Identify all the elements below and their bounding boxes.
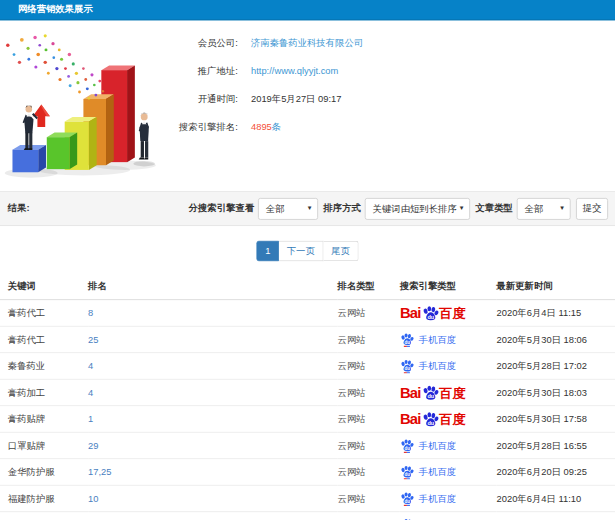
submit-button[interactable]: 提交 bbox=[576, 198, 608, 220]
keyword-cell: 福建防护服 bbox=[0, 485, 88, 512]
confetti bbox=[6, 34, 104, 99]
rank-link[interactable]: 25 bbox=[88, 334, 98, 345]
rank-type-cell: 云网站 bbox=[338, 300, 400, 327]
svg-text:du: du bbox=[405, 472, 411, 477]
mobile-baidu-paw-icon: du bbox=[400, 491, 414, 505]
engine-cell: du手机百度 bbox=[400, 485, 497, 512]
engine-filter-value: 全部 bbox=[266, 203, 285, 214]
table-row: 膏药加工 4 云网站 Baidu百度 2020年5月30日 18:03 bbox=[0, 379, 615, 406]
rank-cell: 10 bbox=[88, 485, 337, 512]
mobile-baidu-label: 手机百度 bbox=[419, 332, 456, 348]
businessman-left bbox=[23, 106, 38, 150]
table-header-row: 关键词 排名 排名类型 搜索引擎类型 最新更新时间 bbox=[0, 274, 615, 300]
svg-text:du: du bbox=[405, 445, 411, 450]
col-keyword: 关键词 bbox=[0, 274, 88, 300]
svg-text:du: du bbox=[427, 420, 434, 426]
baidu-paw-icon: du bbox=[421, 411, 438, 427]
svg-text:du: du bbox=[405, 498, 411, 503]
baidu-logo-cn-text: 百度 bbox=[439, 306, 466, 321]
updated-cell: 2020年6月4日 11:10 bbox=[497, 485, 615, 512]
sort-filter-select[interactable]: 关键词由短到长排序 ▼ bbox=[365, 198, 470, 220]
engine-filter-label: 分搜索引擎查看 bbox=[189, 202, 254, 215]
mobile-baidu-paw-icon: du bbox=[400, 359, 414, 373]
baidu-paw-icon: du bbox=[421, 385, 438, 401]
next-page-button[interactable]: 下一页 bbox=[279, 241, 323, 261]
rank-type-cell: 云网站 bbox=[338, 432, 400, 459]
mobile-baidu-paw-icon: du bbox=[400, 465, 414, 479]
engine-cell: Baidu百度 bbox=[400, 406, 497, 433]
rank-type-cell bbox=[338, 512, 400, 520]
keyword-cell: 膏药代工 bbox=[0, 326, 88, 353]
engine-cell: du手机百度 bbox=[400, 459, 497, 486]
engine-filter-select[interactable]: 全部 ▼ bbox=[258, 198, 318, 220]
page-title: 网络营销效果展示 bbox=[18, 4, 93, 15]
svg-text:du: du bbox=[405, 366, 411, 371]
chevron-down-icon: ▼ bbox=[458, 198, 464, 218]
table-row: 秦鲁药业 4 云网站 du手机百度 2020年5月28日 17:02 bbox=[0, 353, 615, 380]
engine-cell: du手机百度 bbox=[400, 512, 497, 520]
rank-cell: 25 bbox=[88, 326, 337, 353]
rank-link[interactable]: 4 bbox=[88, 387, 93, 398]
keyword-cell: 口罩贴牌 bbox=[0, 432, 88, 459]
table-row: du手机百度 bbox=[0, 512, 615, 520]
rank-link[interactable]: 4 bbox=[88, 361, 93, 372]
updated-cell: 2020年5月28日 16:55 bbox=[497, 432, 615, 459]
ranking-table: 关键词 排名 排名类型 搜索引擎类型 最新更新时间 膏药代工 8 云网站 Bai… bbox=[0, 274, 615, 520]
mobile-baidu-logo: du手机百度 bbox=[400, 491, 497, 507]
rank-type-cell: 云网站 bbox=[338, 406, 400, 433]
keyword-cell: 膏药贴牌 bbox=[0, 406, 88, 433]
updated-cell bbox=[497, 512, 615, 520]
rank-link[interactable]: 8 bbox=[88, 308, 93, 319]
promo-url-link[interactable]: http://www.qlyyjt.com bbox=[251, 57, 338, 85]
type-filter-select[interactable]: 全部 ▼ bbox=[517, 198, 571, 220]
rank-link[interactable]: 10 bbox=[88, 493, 98, 504]
updated-cell: 2020年5月30日 18:06 bbox=[497, 326, 615, 353]
keyword-cell: 金华防护服 bbox=[0, 459, 88, 486]
rank-type-cell: 云网站 bbox=[338, 353, 400, 380]
baidu-logo: Baidu百度 bbox=[400, 411, 497, 427]
mobile-baidu-paw-icon: du bbox=[400, 332, 414, 346]
chevron-down-icon: ▼ bbox=[559, 198, 565, 218]
type-filter-value: 全部 bbox=[525, 203, 544, 214]
mobile-baidu-label: 手机百度 bbox=[419, 438, 456, 454]
rank-link[interactable]: 17,25 bbox=[88, 467, 111, 478]
rank-type-cell: 云网站 bbox=[338, 459, 400, 486]
page-1-button[interactable]: 1 bbox=[257, 241, 279, 261]
rank-type-cell: 云网站 bbox=[338, 326, 400, 353]
baidu-logo-bai-text: Bai bbox=[400, 385, 421, 401]
company-link[interactable]: 济南秦鲁药业科技有限公司 bbox=[251, 29, 363, 57]
updated-cell: 2020年6月20日 09:25 bbox=[497, 459, 615, 486]
rank-count-number: 4895 bbox=[251, 122, 272, 133]
col-updated: 最新更新时间 bbox=[497, 274, 615, 300]
baidu-logo-bai-text: Bai bbox=[400, 411, 421, 427]
rank-link[interactable]: 29 bbox=[88, 440, 98, 451]
rank-count-unit: 条 bbox=[272, 122, 281, 133]
businessman-right bbox=[139, 113, 149, 160]
bar-green bbox=[47, 133, 77, 170]
baidu-logo-cn-text: 百度 bbox=[439, 412, 466, 427]
table-row: 口罩贴牌 29 云网站 du手机百度 2020年5月28日 16:55 bbox=[0, 432, 615, 459]
type-filter-label: 文章类型 bbox=[475, 202, 512, 215]
mobile-baidu-logo: du手机百度 bbox=[400, 464, 497, 480]
rank-cell: 17,25 bbox=[88, 459, 337, 486]
last-page-button[interactable]: 尾页 bbox=[323, 241, 358, 261]
sort-filter-label: 排序方式 bbox=[323, 202, 360, 215]
rank-count-value: 4895条 bbox=[251, 113, 281, 141]
keyword-cell: 膏药代工 bbox=[0, 300, 88, 327]
sort-filter-value: 关键词由短到长排序 bbox=[373, 203, 457, 214]
svg-text:du: du bbox=[405, 339, 411, 344]
engine-cell: du手机百度 bbox=[400, 432, 497, 459]
updated-cell: 2020年5月30日 17:58 bbox=[497, 406, 615, 433]
mobile-baidu-label: 手机百度 bbox=[419, 491, 456, 507]
engine-cell: du手机百度 bbox=[400, 326, 497, 353]
rank-link[interactable]: 1 bbox=[88, 414, 93, 425]
svg-text:du: du bbox=[427, 393, 434, 399]
baidu-logo: Baidu百度 bbox=[400, 305, 497, 321]
col-engine-type: 搜索引擎类型 bbox=[400, 274, 497, 300]
rank-cell: 29 bbox=[88, 432, 337, 459]
result-label: 结果: bbox=[8, 202, 30, 215]
updated-cell: 2020年5月30日 18:03 bbox=[497, 379, 615, 406]
opened-value: 2019年5月27日 09:17 bbox=[251, 85, 341, 113]
mobile-baidu-paw-icon: du bbox=[400, 438, 414, 452]
col-rank-type: 排名类型 bbox=[338, 274, 400, 300]
